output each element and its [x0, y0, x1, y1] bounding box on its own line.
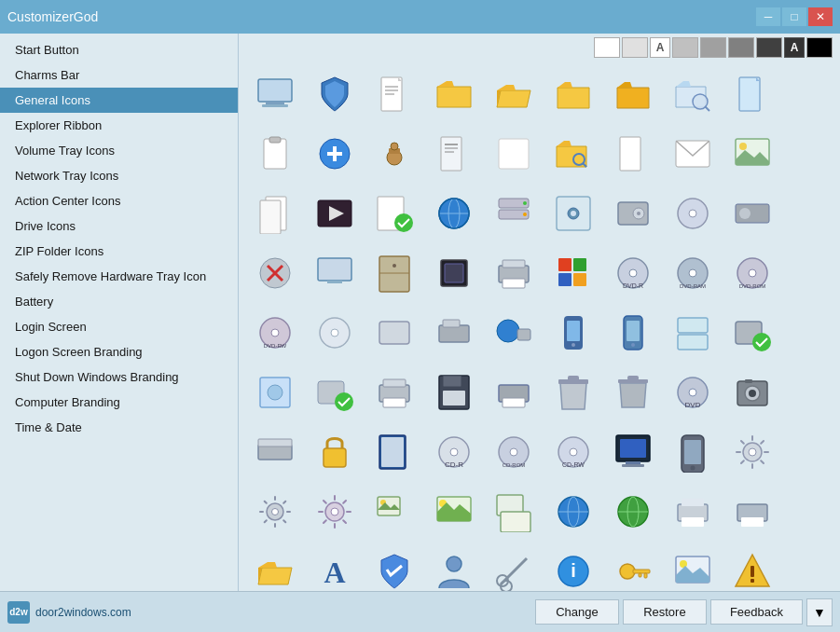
icon-cell-dvd-rw[interactable]: DVD-RW: [246, 304, 304, 362]
icon-cell-folder-small[interactable]: [544, 65, 602, 123]
icon-cell-dvd-rom[interactable]: DVD-ROM: [723, 244, 781, 302]
icon-cell-mail[interactable]: [664, 125, 722, 183]
icon-cell-globe3[interactable]: [604, 483, 662, 541]
icon-cell-printer2[interactable]: [485, 244, 543, 302]
icon-cell-warning[interactable]: [723, 543, 781, 591]
icon-cell-drive-blank[interactable]: [365, 304, 423, 362]
sidebar-item-time-date[interactable]: Time & Date: [0, 415, 238, 440]
sidebar-item-volume-tray-icons[interactable]: Volume Tray Icons: [0, 138, 238, 163]
icon-cell-server[interactable]: [485, 185, 543, 242]
icon-cell-lock[interactable]: [306, 423, 364, 481]
icons-area[interactable]: DVD-RDVD-RAMDVD-ROMDVD-RWDVDCD-RCD-ROMCD…: [239, 62, 840, 591]
icon-cell-check-drive[interactable]: [723, 304, 781, 362]
sidebar-item-shut-down-branding[interactable]: Shut Down Windows Branding: [0, 364, 238, 390]
icon-cell-printer3[interactable]: [365, 364, 423, 421]
icon-cell-cd-blank[interactable]: [306, 304, 364, 362]
icon-cell-video[interactable]: [306, 185, 364, 242]
icon-cell-windows-flag[interactable]: [544, 244, 602, 302]
toolbar-swatch-5[interactable]: [728, 37, 754, 58]
sidebar-item-safely-remove[interactable]: Safely Remove Hardware Tray Icon: [0, 264, 238, 289]
restore-button[interactable]: Restore: [623, 599, 707, 625]
icon-cell-clipboard[interactable]: [246, 125, 304, 183]
icon-cell-folder-open[interactable]: [485, 65, 543, 123]
icon-cell-error-x[interactable]: [246, 244, 304, 302]
icon-cell-folder-search[interactable]: [544, 125, 602, 183]
toolbar-label-2[interactable]: A: [650, 37, 670, 58]
icon-cell-printer4[interactable]: [485, 364, 543, 421]
icon-cell-display[interactable]: [604, 423, 662, 481]
sidebar-item-login-screen[interactable]: Login Screen: [0, 314, 238, 339]
icon-cell-image-icon[interactable]: [723, 125, 781, 183]
icon-cell-scanner[interactable]: [246, 423, 304, 481]
sidebar-item-charms-bar[interactable]: Charms Bar: [0, 62, 238, 88]
icon-cell-info[interactable]: i: [544, 543, 602, 591]
icon-cell-shield2[interactable]: [365, 543, 423, 591]
icon-cell-phone[interactable]: [544, 304, 602, 362]
icon-cell-drive[interactable]: [604, 185, 662, 242]
icon-cell-doc3[interactable]: [604, 125, 662, 183]
icon-cell-cd-rw[interactable]: CD-RW: [544, 423, 602, 481]
icon-cell-monitor[interactable]: [246, 65, 304, 123]
icon-cell-gear2[interactable]: [723, 423, 781, 481]
sidebar-item-drive-icons[interactable]: Drive Icons: [0, 213, 238, 239]
icon-cell-book[interactable]: [365, 423, 423, 481]
maximize-button[interactable]: □: [782, 7, 806, 26]
icon-cell-globe[interactable]: [425, 185, 483, 242]
sidebar-item-zip-folder-icons[interactable]: ZIP Folder Icons: [0, 239, 238, 264]
website-label[interactable]: door2windows.com: [35, 606, 131, 619]
close-button[interactable]: ✕: [808, 7, 833, 26]
icon-cell-empty-box[interactable]: [485, 125, 543, 183]
icon-cell-folder-small2[interactable]: [604, 65, 662, 123]
toolbar-label-7[interactable]: A: [784, 37, 805, 58]
sidebar-item-logon-screen-branding[interactable]: Logon Screen Branding: [0, 339, 238, 364]
toolbar-swatch-4[interactable]: [700, 37, 726, 58]
icon-cell-trash[interactable]: [544, 364, 602, 421]
icon-cell-mobile[interactable]: [604, 304, 662, 362]
icon-cell-chip[interactable]: [425, 244, 483, 302]
icon-cell-camera[interactable]: [723, 364, 781, 421]
icon-cell-folder-yellow[interactable]: [425, 65, 483, 123]
icon-cell-check-doc[interactable]: [365, 185, 423, 242]
icon-cell-fax[interactable]: [425, 304, 483, 362]
icon-cell-globe2[interactable]: [544, 483, 602, 541]
feedback-button[interactable]: Feedback: [710, 599, 803, 625]
toolbar-swatch-0[interactable]: [594, 37, 620, 58]
icon-cell-shield[interactable]: [306, 65, 364, 123]
icon-cell-files[interactable]: [246, 185, 304, 242]
sidebar-item-action-center-icons[interactable]: Action Center Icons: [0, 188, 238, 213]
icon-cell-font[interactable]: A: [306, 543, 364, 591]
icon-cell-dvd-r[interactable]: DVD-R: [604, 244, 662, 302]
icon-cell-blue-doc[interactable]: [723, 65, 781, 123]
icon-cell-landscape[interactable]: [425, 483, 483, 541]
sidebar-item-computer-branding[interactable]: Computer Branding: [0, 390, 238, 415]
icon-cell-photo[interactable]: [365, 483, 423, 541]
icon-cell-doc2[interactable]: [425, 125, 483, 183]
icon-cell-printer6[interactable]: [723, 483, 781, 541]
icon-cell-gear4[interactable]: [306, 483, 364, 541]
sidebar-item-battery[interactable]: Battery: [0, 289, 238, 314]
sidebar-item-start-button[interactable]: Start Button: [0, 37, 238, 62]
icon-cell-printer5[interactable]: [664, 483, 722, 541]
toolbar-swatch-3[interactable]: [672, 37, 698, 58]
icon-cell-check2[interactable]: [306, 364, 364, 421]
icon-cell-user[interactable]: [425, 543, 483, 591]
icon-cell-cd-r[interactable]: CD-R: [425, 423, 483, 481]
icon-cell-cabinet2[interactable]: [664, 304, 722, 362]
icon-cell-gallery[interactable]: [485, 483, 543, 541]
icon-cell-phone2[interactable]: [664, 423, 722, 481]
icon-cell-cabinet[interactable]: [365, 244, 423, 302]
icon-cell-globe-printer[interactable]: [485, 304, 543, 362]
icon-cell-key[interactable]: [604, 543, 662, 591]
icon-cell-gear3[interactable]: [246, 483, 304, 541]
icon-cell-cd-rom[interactable]: CD-ROM: [485, 423, 543, 481]
arrow-button[interactable]: ▼: [806, 598, 833, 626]
icon-cell-monitor2[interactable]: [306, 244, 364, 302]
icon-cell-open-folder[interactable]: [246, 543, 304, 591]
sidebar-item-explorer-ribbon[interactable]: Explorer Ribbon: [0, 113, 238, 138]
icon-cell-floppy[interactable]: [425, 364, 483, 421]
icon-cell-search-folder[interactable]: [664, 65, 722, 123]
icon-cell-add-blue[interactable]: [306, 125, 364, 183]
icon-cell-cd[interactable]: [664, 185, 722, 242]
icon-cell-chess[interactable]: [365, 125, 423, 183]
toolbar-swatch-1[interactable]: [622, 37, 648, 58]
